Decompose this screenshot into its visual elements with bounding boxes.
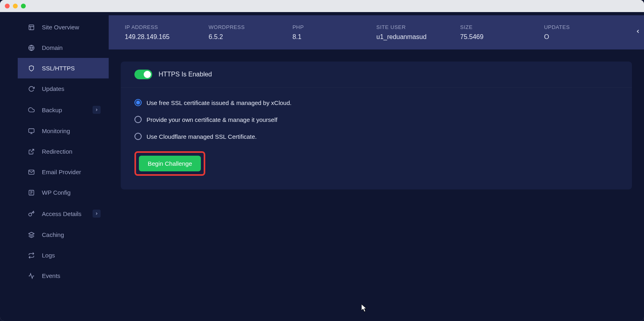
main-content: IP ADDRESS 149.28.149.165 WORDPRESS 6.5.… — [109, 12, 644, 321]
info-updates: UPDATES O — [544, 24, 628, 41]
sidebar-item-backup[interactable]: Backup — [18, 99, 109, 121]
globe-icon — [28, 45, 35, 51]
radio-label: Use Cloudflare managed SSL Certificate. — [147, 133, 257, 140]
info-value: 8.1 — [293, 33, 376, 41]
key-icon — [28, 210, 35, 217]
sidebar-item-monitoring[interactable]: Monitoring — [18, 121, 109, 141]
info-value: u1_reduanmasud — [376, 33, 460, 41]
sidebar-item-label: Email Provider — [42, 169, 81, 175]
highlight-annotation: Begin Challenge — [134, 151, 205, 176]
begin-challenge-button[interactable]: Begin Challenge — [139, 156, 201, 171]
info-label: PHP — [293, 24, 376, 30]
info-ip-address: IP ADDRESS 149.28.149.165 — [125, 24, 208, 41]
info-wordpress: WORDPRESS 6.5.2 — [208, 24, 292, 41]
sidebar-item-events[interactable]: Events — [18, 265, 109, 286]
sidebar-item-label: WP Config — [42, 189, 70, 196]
info-label: UPDATES — [544, 24, 628, 30]
refresh-icon — [28, 86, 35, 92]
collapse-panel-button[interactable] — [632, 23, 644, 40]
sidebar-item-label: Events — [42, 272, 60, 279]
radio-button-icon — [134, 133, 142, 140]
info-value: 75.5469 — [460, 33, 544, 41]
activity-icon — [28, 273, 35, 279]
sidebar-item-redirection[interactable]: Redirection — [18, 141, 109, 162]
sidebar: Site Overview Domain SSL/HTTPS Updates — [18, 12, 109, 321]
sidebar-item-updates[interactable]: Updates — [18, 78, 109, 99]
info-value: 149.28.149.165 — [125, 33, 208, 41]
sidebar-item-label: Domain — [42, 44, 63, 51]
toggle-knob — [144, 71, 151, 78]
radio-own-certificate[interactable]: Provide your own certificate & manage it… — [134, 116, 618, 123]
sidebar-item-label: SSL/HTTPS — [42, 65, 75, 72]
chevron-left-icon — [635, 29, 641, 34]
swap-icon — [28, 252, 35, 259]
sidebar-item-access-details[interactable]: Access Details — [18, 203, 109, 224]
svg-marker-13 — [29, 232, 34, 235]
shield-icon — [28, 65, 35, 72]
sidebar-narrow-strip — [0, 12, 18, 321]
sidebar-item-label: Caching — [42, 231, 64, 238]
sidebar-item-label: Access Details — [42, 210, 81, 217]
sidebar-item-caching[interactable]: Caching — [18, 224, 109, 245]
info-value: 6.5.2 — [208, 33, 292, 41]
radio-free-ssl[interactable]: Use free SSL certificate issued & manage… — [134, 99, 618, 106]
sidebar-item-label: Backup — [42, 107, 62, 113]
sidebar-item-label: Redirection — [42, 148, 72, 155]
layers-icon — [28, 232, 35, 238]
radio-button-icon — [134, 116, 142, 123]
info-label: SITE USER — [376, 24, 460, 30]
radio-label: Use free SSL certificate issued & manage… — [147, 99, 291, 106]
chevron-right-icon — [93, 210, 101, 218]
window-maximize-button[interactable] — [21, 4, 26, 8]
svg-rect-0 — [29, 25, 34, 30]
https-toggle[interactable] — [134, 70, 152, 79]
info-site-user: SITE USER u1_reduanmasud — [376, 24, 460, 41]
monitor-icon — [28, 128, 35, 134]
sidebar-item-site-overview[interactable]: Site Overview — [18, 17, 109, 37]
sidebar-item-logs[interactable]: Logs — [18, 245, 109, 265]
sidebar-item-label: Site Overview — [42, 24, 79, 31]
sidebar-item-ssl-https[interactable]: SSL/HTTPS — [18, 58, 109, 78]
https-toggle-label: HTTPS Is Enabled — [159, 71, 212, 78]
external-link-icon — [28, 148, 35, 155]
ssl-certificate-options: Use free SSL certificate issued & manage… — [134, 99, 618, 140]
svg-line-8 — [31, 149, 34, 152]
window-close-button[interactable] — [5, 4, 10, 8]
radio-button-icon — [134, 99, 142, 106]
sidebar-item-wp-config[interactable]: WP Config — [18, 182, 109, 203]
info-label: SIZE — [460, 24, 544, 30]
info-size: SIZE 75.5469 — [460, 24, 544, 41]
chevron-right-icon — [93, 106, 101, 114]
config-icon — [28, 189, 35, 196]
window-minimize-button[interactable] — [13, 4, 18, 8]
info-label: IP ADDRESS — [125, 24, 208, 30]
info-value: O — [544, 33, 628, 41]
sidebar-item-label: Monitoring — [42, 128, 70, 134]
sidebar-item-domain[interactable]: Domain — [18, 37, 109, 58]
svg-rect-5 — [29, 129, 34, 132]
cloud-icon — [28, 107, 35, 113]
ssl-panel: HTTPS Is Enabled Use free SSL certificat… — [121, 62, 632, 189]
info-php: PHP 8.1 — [293, 24, 376, 41]
mail-icon — [28, 169, 35, 175]
sidebar-item-label: Logs — [42, 252, 55, 259]
info-label: WORDPRESS — [208, 24, 292, 30]
radio-cloudflare-ssl[interactable]: Use Cloudflare managed SSL Certificate. — [134, 133, 618, 140]
radio-label: Provide your own certificate & manage it… — [147, 116, 277, 123]
overview-icon — [28, 24, 35, 31]
site-info-bar: IP ADDRESS 149.28.149.165 WORDPRESS 6.5.… — [109, 15, 644, 49]
sidebar-item-email-provider[interactable]: Email Provider — [18, 162, 109, 182]
window-titlebar — [0, 0, 644, 12]
sidebar-item-label: Updates — [42, 85, 64, 92]
